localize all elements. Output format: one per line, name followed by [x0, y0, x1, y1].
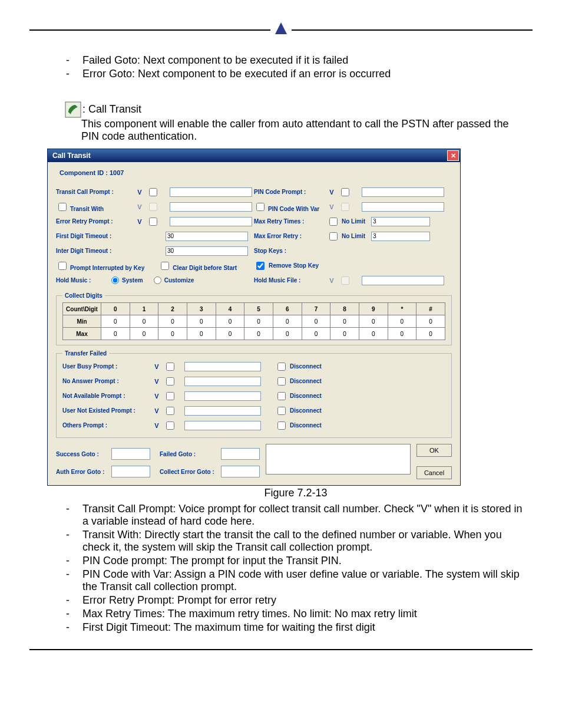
list-item: Transit With: Directly start the transit…: [82, 529, 527, 554]
pin-code-with-var-input[interactable]: [362, 202, 444, 212]
hold-music-customize-radio[interactable]: [154, 276, 161, 284]
error-retry-prompt-input[interactable]: [170, 217, 252, 226]
collect-digits-legend: Collect Digits: [62, 292, 105, 299]
hold-music-file-v-checkbox[interactable]: [341, 276, 349, 285]
transit-with-wrap: Transit With: [56, 201, 133, 213]
section-description: This component will enable the caller fr…: [81, 118, 527, 143]
component-id-label: Component ID : 1007: [59, 169, 452, 176]
description-bullet-list: Transit Call Prompt: Voice prompt for co…: [65, 503, 527, 634]
list-item: PIN Code prompt: The prompt for input th…: [82, 555, 527, 567]
inter-digit-timeout-label: Inter Digit Timeout :: [56, 248, 133, 254]
no-answer-v-checkbox[interactable]: [166, 377, 174, 386]
transit-call-prompt-v-checkbox[interactable]: [149, 188, 157, 196]
cancel-button[interactable]: Cancel: [416, 466, 452, 479]
not-available-v-checkbox[interactable]: [166, 392, 174, 400]
transit-with-input[interactable]: [170, 202, 252, 212]
no-answer-prompt-input[interactable]: [184, 377, 261, 386]
user-busy-v-checkbox[interactable]: [166, 363, 174, 371]
others-v-checkbox[interactable]: [166, 421, 174, 430]
first-digit-timeout-input[interactable]: [166, 232, 248, 241]
collect-digits-table: Count\Digit 0 1 2 3 4 5 6 7 8 9 * #: [62, 302, 445, 340]
section-heading: : Call Transit: [65, 101, 527, 118]
error-retry-prompt-label: Error Retry Prompt :: [56, 218, 133, 225]
v-label: V: [135, 203, 144, 210]
transfer-failed-legend: Transfer Failed: [62, 350, 109, 357]
disconnect-label: Disconnect: [290, 363, 322, 370]
preview-panel: [266, 444, 411, 475]
transit-with-v-checkbox[interactable]: [149, 203, 157, 211]
prompt-interrupted-label: Prompt Interrupted by Key: [70, 265, 144, 271]
page-footer-rule: [29, 649, 533, 650]
pin-code-with-var-wrap: PIN Code With Var: [254, 201, 325, 213]
others-disconnect-checkbox[interactable]: [277, 421, 286, 430]
others-prompt-input[interactable]: [184, 421, 261, 430]
ok-button[interactable]: OK: [416, 444, 452, 457]
not-available-prompt-input[interactable]: [184, 391, 261, 401]
close-icon[interactable]: ✕: [447, 150, 459, 161]
remove-stop-key-checkbox[interactable]: [256, 262, 265, 270]
user-busy-disconnect-checkbox[interactable]: [277, 363, 286, 371]
collect-digits-fieldset: Collect Digits Count\Digit 0 1 2 3 4 5 6…: [56, 292, 452, 345]
user-busy-prompt-label: User Busy Prompt :: [62, 363, 150, 370]
dialog-titlebar: Call Transit ✕: [48, 149, 460, 162]
auth-error-goto-label: Auth Error Goto :: [56, 469, 109, 475]
success-goto-label: Success Goto :: [56, 451, 109, 457]
user-busy-prompt-input[interactable]: [184, 362, 261, 371]
transit-call-prompt-input[interactable]: [170, 187, 252, 197]
disconnect-label: Disconnect: [290, 422, 322, 429]
hold-music-customize-option[interactable]: Customize: [154, 276, 194, 285]
brand-logo-icon: [270, 20, 292, 41]
no-answer-prompt-label: No Answer Prompt :: [62, 378, 150, 384]
transit-with-checkbox[interactable]: [58, 203, 67, 211]
clear-digit-label: Clear Digit before Start: [173, 265, 237, 271]
first-digit-timeout-label: First Digit Timeout :: [56, 233, 133, 239]
clear-digit-checkbox[interactable]: [161, 262, 169, 270]
user-not-existed-disconnect-checkbox[interactable]: [277, 407, 286, 415]
not-available-prompt-label: Not Available Prompt :: [62, 393, 150, 399]
section-heading-text: : Call Transit: [82, 103, 141, 115]
page-header-rule: [29, 29, 533, 31]
error-retry-prompt-v-checkbox[interactable]: [149, 218, 157, 226]
prompt-interrupted-wrap: Prompt Interrupted by Key: [56, 260, 144, 272]
hold-music-system-option[interactable]: System: [111, 276, 143, 285]
hold-music-system-radio[interactable]: [111, 276, 119, 284]
disconnect-label: Disconnect: [290, 378, 322, 384]
inter-digit-timeout-input[interactable]: [166, 246, 248, 256]
success-goto-input[interactable]: [111, 448, 150, 460]
v-label: V: [135, 189, 144, 196]
pin-code-prompt-input[interactable]: [362, 187, 444, 197]
prompt-interrupted-checkbox[interactable]: [58, 262, 67, 270]
v-label: V: [152, 422, 161, 429]
call-transit-icon: [65, 101, 81, 118]
clear-digit-wrap: Clear Digit before Start: [158, 260, 237, 272]
system-label: System: [122, 277, 143, 284]
failed-goto-input[interactable]: [221, 448, 260, 460]
hold-music-file-label: Hold Music File :: [254, 277, 325, 284]
max-error-retry-input[interactable]: [371, 232, 430, 241]
user-not-existed-v-checkbox[interactable]: [166, 407, 174, 415]
call-transit-dialog: Call Transit ✕ Component ID : 1007 Trans…: [47, 149, 461, 486]
auth-error-goto-input[interactable]: [111, 466, 150, 477]
no-answer-disconnect-checkbox[interactable]: [277, 377, 286, 386]
max-error-retry-label: Max Error Retry :: [254, 233, 325, 239]
max-retry-no-limit-checkbox[interactable]: [329, 218, 338, 226]
max-retry-times-input[interactable]: [371, 217, 430, 226]
pin-code-with-var-checkbox[interactable]: [256, 203, 265, 211]
disconnect-label: Disconnect: [290, 393, 322, 399]
user-not-existed-prompt-label: User Not Existed Prompt :: [62, 407, 150, 414]
v-label: V: [327, 189, 336, 196]
pin-code-with-var-v-checkbox[interactable]: [341, 203, 349, 211]
v-label: V: [152, 393, 161, 400]
collect-header-count: Count\Digit: [63, 303, 101, 315]
pin-code-prompt-label: PIN Code Prompt :: [254, 189, 325, 195]
user-not-existed-prompt-input[interactable]: [184, 406, 261, 416]
collect-error-goto-input[interactable]: [221, 466, 260, 477]
failed-goto-label: Failed Goto :: [160, 451, 219, 457]
max-error-no-limit-checkbox[interactable]: [329, 232, 338, 241]
hold-music-file-input[interactable]: [362, 276, 444, 285]
no-limit-label: No Limit: [342, 218, 369, 225]
not-available-disconnect-checkbox[interactable]: [277, 392, 286, 400]
pin-code-prompt-v-checkbox[interactable]: [341, 188, 349, 196]
list-item: Failed Goto: Next component to be execut…: [82, 54, 527, 67]
list-item: Max Retry Times: The maximum retry times…: [82, 608, 527, 620]
